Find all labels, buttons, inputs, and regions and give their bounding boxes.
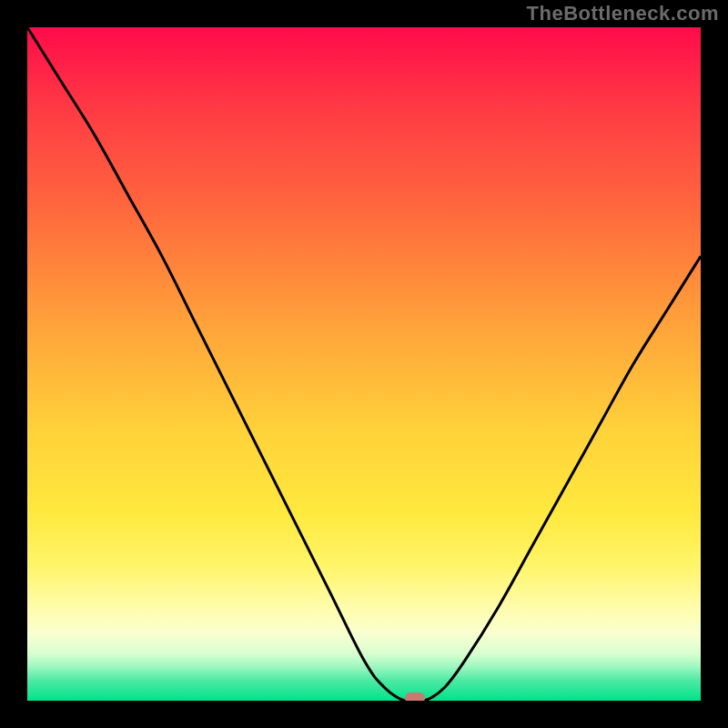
watermark-text: TheBottleneck.com [527, 2, 719, 25]
curve-path [27, 27, 701, 701]
plot-area [27, 27, 701, 701]
optimal-marker [405, 693, 425, 701]
bottleneck-curve [27, 27, 701, 701]
chart-frame: TheBottleneck.com [0, 0, 728, 728]
